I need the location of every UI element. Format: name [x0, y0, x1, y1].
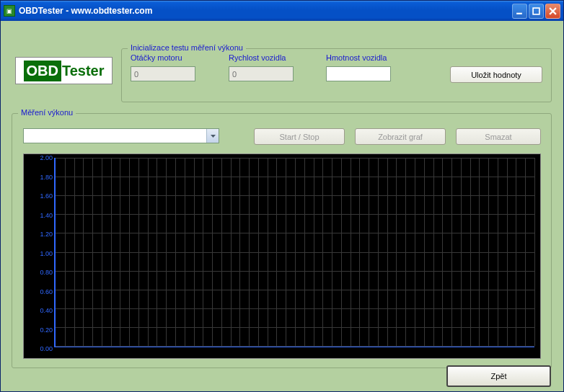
window-title: OBDTester - www.obdtester.com	[19, 6, 512, 16]
ytick-label: 1.00	[40, 250, 53, 257]
mass-input[interactable]	[326, 66, 391, 81]
minimize-button[interactable]	[512, 4, 527, 19]
ytick-label: 0.40	[40, 307, 53, 314]
speed-input[interactable]	[229, 66, 294, 81]
show-graph-button[interactable]: Zobrazit graf	[355, 128, 446, 145]
init-groupbox: Inicializace testu měření výkonu Otáčky …	[121, 48, 552, 102]
ytick-label: 2.00	[40, 154, 53, 161]
measure-combo[interactable]	[23, 128, 219, 143]
logo: OBDTester	[15, 57, 113, 84]
ytick-label: 1.20	[40, 231, 53, 238]
back-button[interactable]: Zpět	[446, 365, 551, 387]
ytick-label: 1.60	[40, 192, 53, 200]
chart: 2.001.801.601.401.201.000.800.600.400.20…	[23, 153, 541, 359]
speed-label: Rychlost vozidla	[229, 53, 286, 62]
ytick-label: 1.80	[40, 174, 53, 181]
close-button[interactable]	[545, 4, 560, 19]
rpm-input[interactable]	[131, 66, 195, 81]
combo-text	[24, 129, 206, 143]
logo-right: Tester	[62, 63, 105, 79]
chart-plot-area	[54, 158, 534, 347]
client-area: OBDTester Inicializace testu měření výko…	[1, 21, 563, 391]
measure-groupbox: Měření výkonu Start / Stop Zobrazit graf…	[12, 113, 552, 368]
maximize-button[interactable]	[529, 4, 544, 19]
clear-button[interactable]: Smazat	[456, 128, 541, 145]
app-icon: ▣	[4, 5, 15, 17]
ytick-label: 1.40	[40, 212, 53, 219]
logo-left: OBD	[24, 61, 61, 81]
save-values-button[interactable]: Uložit hodnoty	[450, 66, 542, 83]
init-group-label: Inicializace testu měření výkonu	[128, 43, 246, 52]
chevron-down-icon[interactable]	[206, 129, 219, 143]
titlebar: ▣ OBDTester - www.obdtester.com	[1, 1, 563, 21]
svg-rect-1	[533, 8, 539, 14]
ytick-label: 0.20	[40, 326, 53, 334]
measure-group-label: Měření výkonu	[18, 108, 76, 117]
start-stop-button[interactable]: Start / Stop	[254, 128, 345, 145]
rpm-label: Otáčky motoru	[131, 53, 182, 62]
svg-rect-0	[516, 12, 522, 14]
ytick-label: 0.00	[40, 345, 53, 352]
mass-label: Hmotnost vozidla	[326, 53, 387, 62]
ytick-label: 0.60	[40, 288, 53, 295]
ytick-label: 0.80	[40, 269, 53, 276]
window-controls	[512, 4, 560, 19]
